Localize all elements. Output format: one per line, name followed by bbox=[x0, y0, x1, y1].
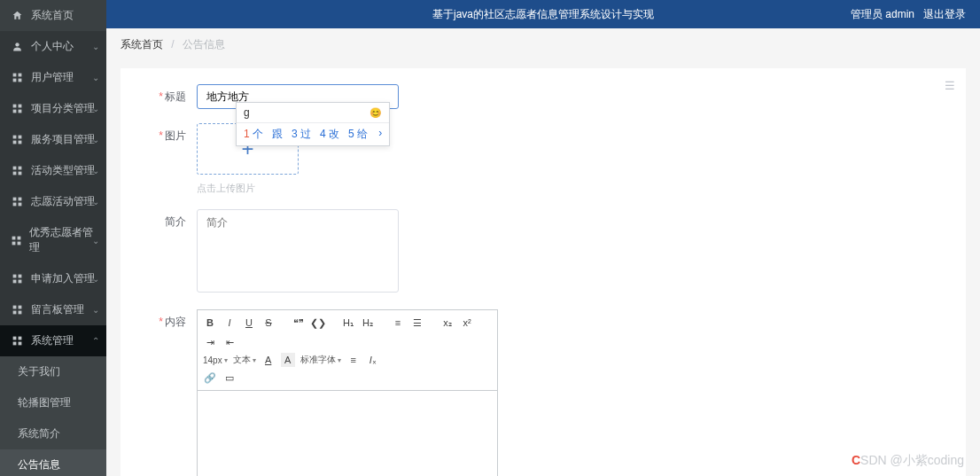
svg-rect-4 bbox=[19, 79, 22, 82]
fontsize-select[interactable]: 14px▾ bbox=[203, 355, 228, 365]
h1-icon[interactable]: H₁ bbox=[341, 316, 355, 330]
sidebar-item-label: 活动类型管理 bbox=[31, 163, 95, 178]
ol-icon[interactable]: ≡ bbox=[391, 316, 405, 330]
sidebar-sub-carousel[interactable]: 轮播图管理 bbox=[0, 387, 106, 418]
strike-icon[interactable]: S bbox=[261, 316, 276, 330]
sidebar-item-message[interactable]: 留言板管理 ⌄ bbox=[0, 294, 106, 325]
svg-rect-18 bbox=[19, 198, 22, 201]
bold-icon[interactable]: B bbox=[203, 316, 217, 330]
quote-icon[interactable]: ❝❞ bbox=[292, 316, 306, 330]
sidebar-item-label: 优秀志愿者管理 bbox=[29, 225, 96, 255]
sidebar-item-apply[interactable]: 申请加入管理 ⌄ bbox=[0, 263, 106, 294]
sidebar-item-profile[interactable]: 个人中心 ⌄ bbox=[0, 31, 106, 62]
svg-rect-7 bbox=[13, 110, 17, 113]
link-icon[interactable]: 🔗 bbox=[203, 371, 217, 385]
sidebar-item-label: 申请加入管理 bbox=[31, 271, 95, 286]
svg-rect-9 bbox=[13, 136, 17, 139]
grid-icon bbox=[11, 133, 24, 146]
svg-rect-10 bbox=[19, 136, 22, 139]
sub-icon[interactable]: x₂ bbox=[440, 316, 455, 330]
indent-icon[interactable]: ⇥ bbox=[203, 335, 217, 349]
sidebar-item-label: 用户管理 bbox=[31, 70, 74, 85]
bg-color-icon[interactable]: A bbox=[281, 353, 295, 367]
svg-rect-24 bbox=[18, 241, 21, 245]
svg-rect-31 bbox=[13, 311, 17, 315]
sidebar-submenu: 关于我们 轮播图管理 系统简介 公告信息 在线咨询 bbox=[0, 356, 106, 476]
user-icon bbox=[11, 40, 24, 53]
sidebar-item-label: 系统管理 bbox=[31, 333, 74, 348]
svg-rect-27 bbox=[13, 280, 17, 284]
sidebar-item-label: 个人中心 bbox=[31, 39, 74, 54]
breadcrumb-current: 公告信息 bbox=[183, 38, 225, 51]
sidebar-item-system[interactable]: 系统管理 ⌃ bbox=[0, 325, 106, 356]
para-select[interactable]: 文本▾ bbox=[233, 354, 256, 366]
chevron-down-icon: ⌄ bbox=[92, 236, 99, 246]
clear-icon[interactable]: Iₓ bbox=[366, 353, 380, 367]
svg-rect-15 bbox=[13, 172, 17, 176]
sidebar-item-excellent[interactable]: 优秀志愿者管理 ⌄ bbox=[0, 217, 106, 263]
svg-rect-23 bbox=[12, 241, 16, 245]
sidebar-item-category[interactable]: 项目分类管理 ⌄ bbox=[0, 93, 106, 124]
fontfamily-select[interactable]: 标准字体▾ bbox=[300, 354, 341, 366]
code-icon[interactable]: ❮❯ bbox=[311, 316, 325, 330]
svg-rect-3 bbox=[13, 79, 17, 82]
svg-rect-36 bbox=[19, 342, 22, 346]
sidebar-item-volunteer-activity[interactable]: 志愿活动管理 ⌄ bbox=[0, 186, 106, 217]
grid-icon bbox=[11, 102, 24, 115]
sidebar-item-activity-type[interactable]: 活动类型管理 ⌄ bbox=[0, 155, 106, 186]
sidebar-sub-notice[interactable]: 公告信息 bbox=[0, 449, 106, 476]
svg-rect-34 bbox=[19, 337, 22, 340]
menu-icon[interactable]: ☰ bbox=[945, 79, 955, 92]
content-label: *内容 bbox=[142, 309, 186, 330]
ime-popup: g 😊 1 个 跟 3 过 4 改 5 给 › bbox=[236, 102, 390, 146]
sidebar-item-label: 留言板管理 bbox=[31, 302, 84, 317]
chevron-down-icon: ⌄ bbox=[92, 197, 99, 207]
chevron-up-icon: ⌃ bbox=[92, 336, 99, 346]
editor-toolbar: B I U S ❝❞ ❮❯ H₁ H₂ ≡ bbox=[197, 309, 498, 391]
svg-rect-1 bbox=[13, 74, 17, 77]
header: 基于java的社区志愿者信息管理系统设计与实现 管理员 admin 退出登录 bbox=[106, 0, 980, 28]
svg-rect-25 bbox=[13, 275, 17, 278]
sidebar-item-home[interactable]: 系统首页 bbox=[0, 0, 106, 31]
italic-icon[interactable]: I bbox=[222, 316, 237, 330]
intro-textarea[interactable] bbox=[197, 209, 399, 293]
h2-icon[interactable]: H₂ bbox=[361, 316, 375, 330]
sidebar-item-label: 服务项目管理 bbox=[31, 132, 95, 147]
chevron-down-icon: ⌄ bbox=[92, 274, 99, 284]
svg-rect-5 bbox=[13, 105, 17, 108]
sidebar-sub-about[interactable]: 关于我们 bbox=[0, 356, 106, 387]
image-label: *图片 bbox=[142, 123, 186, 144]
ime-input-text: g bbox=[244, 106, 250, 119]
admin-label[interactable]: 管理员 admin bbox=[851, 7, 914, 22]
svg-rect-8 bbox=[19, 110, 22, 113]
grid-icon bbox=[11, 303, 24, 316]
ul-icon[interactable]: ☰ bbox=[410, 316, 424, 330]
svg-rect-21 bbox=[12, 236, 16, 239]
ime-candidates[interactable]: 1 个 跟 3 过 4 改 5 给 › bbox=[237, 122, 389, 145]
svg-rect-2 bbox=[19, 74, 22, 77]
grid-icon bbox=[11, 234, 22, 247]
breadcrumb: 系统首页 / 公告信息 bbox=[106, 28, 980, 61]
sidebar-item-users[interactable]: 用户管理 ⌄ bbox=[0, 62, 106, 93]
chevron-right-icon[interactable]: › bbox=[378, 127, 382, 142]
chevron-down-icon: ⌄ bbox=[92, 42, 99, 51]
logout-link[interactable]: 退出登录 bbox=[923, 7, 966, 22]
emoji-icon[interactable]: 😊 bbox=[369, 107, 382, 119]
chevron-down-icon: ⌄ bbox=[92, 166, 99, 176]
underline-icon[interactable]: U bbox=[242, 316, 256, 330]
breadcrumb-root[interactable]: 系统首页 bbox=[121, 38, 163, 51]
align-icon[interactable]: ≡ bbox=[346, 353, 361, 367]
image-icon[interactable]: ▭ bbox=[222, 371, 237, 385]
svg-rect-16 bbox=[19, 172, 22, 176]
sidebar-item-label: 志愿活动管理 bbox=[31, 194, 95, 209]
main-content: 基于java的社区志愿者信息管理系统设计与实现 管理员 admin 退出登录 系… bbox=[106, 0, 980, 476]
text-color-icon[interactable]: A bbox=[261, 353, 276, 367]
sidebar-item-label: 项目分类管理 bbox=[31, 101, 95, 116]
intro-label: 简介 bbox=[142, 209, 186, 230]
outdent-icon[interactable]: ⇤ bbox=[222, 335, 237, 349]
sup-icon[interactable]: x² bbox=[460, 316, 474, 330]
sidebar-item-service[interactable]: 服务项目管理 ⌄ bbox=[0, 124, 106, 155]
editor-body[interactable] bbox=[197, 391, 498, 476]
grid-icon bbox=[11, 195, 24, 208]
sidebar-sub-intro[interactable]: 系统简介 bbox=[0, 418, 106, 449]
